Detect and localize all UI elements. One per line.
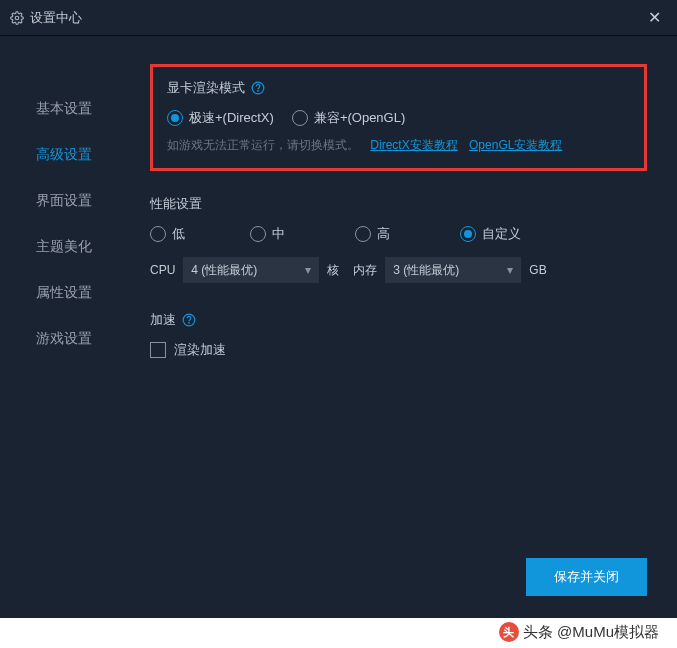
radio-icon xyxy=(460,226,476,242)
svg-point-0 xyxy=(15,16,19,20)
radio-icon xyxy=(167,110,183,126)
render-accel-checkbox[interactable] xyxy=(150,342,166,358)
watermark: 头 头条 @MuMu模拟器 xyxy=(499,622,659,642)
sidebar: 基本设置 高级设置 界面设置 主题美化 属性设置 游戏设置 xyxy=(0,36,130,618)
accel-title: 加速 xyxy=(150,311,176,329)
link-directx-tutorial[interactable]: DirectX安装教程 xyxy=(370,138,457,152)
radio-label: 高 xyxy=(377,225,390,243)
save-close-button[interactable]: 保存并关闭 xyxy=(526,558,647,596)
radio-icon xyxy=(292,110,308,126)
radio-medium[interactable]: 中 xyxy=(250,225,355,243)
window-title: 设置中心 xyxy=(30,9,642,27)
radio-opengl[interactable]: 兼容+(OpenGL) xyxy=(292,109,405,127)
render-mode-section: 显卡渲染模式 极速+(DirectX) 兼容+(OpenGL) xyxy=(150,64,647,171)
mem-unit: GB xyxy=(529,263,546,277)
radio-icon xyxy=(355,226,371,242)
radio-icon xyxy=(250,226,266,242)
mem-label: 内存 xyxy=(353,262,377,279)
cpu-select[interactable]: 4 (性能最优) ▾ xyxy=(183,257,319,283)
mem-select[interactable]: 3 (性能最优) ▾ xyxy=(385,257,521,283)
help-icon[interactable] xyxy=(182,313,196,327)
mem-select-value: 3 (性能最优) xyxy=(393,262,459,279)
cpu-unit: 核 xyxy=(327,262,339,279)
render-mode-title: 显卡渲染模式 xyxy=(167,79,245,97)
svg-point-4 xyxy=(189,323,190,324)
radio-high[interactable]: 高 xyxy=(355,225,460,243)
sidebar-item-game[interactable]: 游戏设置 xyxy=(0,316,130,362)
main-panel: 显卡渲染模式 极速+(DirectX) 兼容+(OpenGL) xyxy=(130,36,677,618)
radio-icon xyxy=(150,226,166,242)
chevron-down-icon: ▾ xyxy=(507,263,513,277)
cpu-label: CPU xyxy=(150,263,175,277)
close-icon[interactable]: ✕ xyxy=(642,4,667,31)
radio-custom[interactable]: 自定义 xyxy=(460,225,521,243)
radio-label: 中 xyxy=(272,225,285,243)
radio-label: 极速+(DirectX) xyxy=(189,109,274,127)
link-opengl-tutorial[interactable]: OpenGL安装教程 xyxy=(469,138,562,152)
gear-icon xyxy=(10,11,24,25)
sidebar-item-property[interactable]: 属性设置 xyxy=(0,270,130,316)
radio-label: 自定义 xyxy=(482,225,521,243)
svg-point-2 xyxy=(258,91,259,92)
render-hint: 如游戏无法正常运行，请切换模式。 DirectX安装教程 OpenGL安装教程 xyxy=(167,137,630,154)
performance-title: 性能设置 xyxy=(150,195,202,213)
watermark-text: 头条 @MuMu模拟器 xyxy=(523,623,659,642)
radio-label: 兼容+(OpenGL) xyxy=(314,109,405,127)
sidebar-item-basic[interactable]: 基本设置 xyxy=(0,86,130,132)
radio-label: 低 xyxy=(172,225,185,243)
titlebar: 设置中心 ✕ xyxy=(0,0,677,36)
radio-directx[interactable]: 极速+(DirectX) xyxy=(167,109,274,127)
sidebar-item-interface[interactable]: 界面设置 xyxy=(0,178,130,224)
chevron-down-icon: ▾ xyxy=(305,263,311,277)
sidebar-item-advanced[interactable]: 高级设置 xyxy=(0,132,130,178)
radio-low[interactable]: 低 xyxy=(150,225,250,243)
performance-section: 性能设置 低 中 高 xyxy=(150,195,647,283)
help-icon[interactable] xyxy=(251,81,265,95)
render-accel-label: 渲染加速 xyxy=(174,341,226,359)
toutiao-logo-icon: 头 xyxy=(499,622,519,642)
cpu-select-value: 4 (性能最优) xyxy=(191,262,257,279)
accel-section: 加速 渲染加速 xyxy=(150,311,647,359)
sidebar-item-theme[interactable]: 主题美化 xyxy=(0,224,130,270)
